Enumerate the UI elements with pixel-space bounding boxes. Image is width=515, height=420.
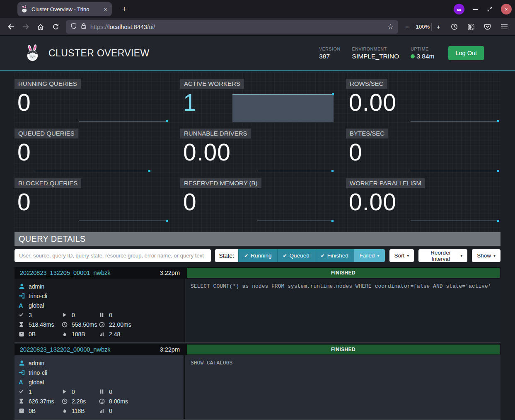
check-icon: ✔ <box>244 253 248 259</box>
reorder-interval-dropdown-button[interactable]: Reorder Interval▾ <box>418 249 467 262</box>
query-text: SELECT COUNT(*) as nodes FROM system.run… <box>185 279 500 342</box>
user-icon <box>19 283 25 289</box>
window-restore-button[interactable] <box>487 6 493 12</box>
zoom-in-button[interactable]: + <box>433 22 444 32</box>
fire-icon <box>62 408 68 414</box>
query-stats-panel: admin trino-cli A global 1 <box>15 355 184 419</box>
cpu-time: 558.50ms <box>72 321 97 328</box>
log-in-icon <box>19 369 25 376</box>
chevron-down-icon: ▾ <box>377 253 380 258</box>
sparkline-area <box>232 94 334 122</box>
menu-hamburger-icon[interactable] <box>498 21 511 33</box>
state-filter-failed[interactable]: Failed▾ <box>354 249 385 262</box>
url-bar[interactable]: https://localhost:8443/ui/ ☆ <box>66 20 398 34</box>
cumulative-memory: 2.48 <box>109 331 120 337</box>
screenshot-scissors-icon[interactable] <box>464 21 478 33</box>
query-stats-panel: admin trino-cli A global 3 <box>15 279 184 342</box>
state-filter-queued[interactable]: ✔Queued <box>277 249 315 262</box>
log-in-icon <box>19 293 25 299</box>
uptime-status-dot <box>411 54 415 58</box>
peak-memory: 108B <box>72 331 85 337</box>
query-filter-toolbar: State: ✔Running ✔Queued ✔Finished Failed… <box>15 249 500 262</box>
history-clock-icon[interactable] <box>448 21 461 33</box>
show-dropdown-button[interactable]: Show▾ <box>472 249 500 262</box>
stat-card-reserved-memory: RESERVED MEMORY (B) 0 <box>180 178 334 223</box>
environment-value: SIMPLE_TRINO <box>352 53 399 60</box>
url-text[interactable]: https://localhost:8443/ui/ <box>90 24 155 30</box>
scale-icon <box>19 408 25 414</box>
new-tab-button[interactable]: + <box>118 3 130 15</box>
query-time: 3:22pm <box>160 346 180 353</box>
completed-splits: 1 <box>29 388 32 395</box>
sparkline <box>257 221 333 221</box>
stat-card-rows-sec: ROWS/SEC 0.00 <box>346 79 500 124</box>
gauge-icon <box>99 398 105 404</box>
stat-value: 0 <box>17 190 169 215</box>
equalizer-icon <box>99 408 105 414</box>
pause-icon <box>99 388 105 395</box>
stat-card-running-queries: RUNNING QUERIES 0 <box>15 79 169 124</box>
gauge-icon <box>99 321 105 328</box>
tab-title: Cluster Overview - Trino <box>31 6 102 12</box>
completed-splits: 3 <box>29 312 32 318</box>
stat-value: 0 <box>349 140 500 165</box>
bookmark-star-icon[interactable]: ☆ <box>387 22 394 31</box>
sparkline <box>411 221 499 221</box>
stat-value: 0.00 <box>349 190 500 215</box>
cpu-time: 2.28s <box>72 398 86 405</box>
cluster-overview-header: CLUSTER OVERVIEW VERSION 387 ENVIRONMENT… <box>0 36 515 71</box>
uptime-label: UPTIME <box>411 46 434 51</box>
running-splits: 0 <box>72 312 75 318</box>
shield-icon[interactable] <box>70 23 77 31</box>
lock-warning-icon[interactable] <box>80 23 87 31</box>
chevron-down-icon: ▾ <box>460 253 462 258</box>
pocket-icon[interactable] <box>481 21 494 33</box>
play-icon <box>62 312 68 318</box>
logout-button[interactable]: Log Out <box>448 46 484 60</box>
forward-button[interactable] <box>19 21 32 33</box>
state-filter-finished[interactable]: ✔Finished <box>315 249 354 262</box>
stat-card-bytes-sec: BYTES/SEC 0 <box>346 129 500 173</box>
query-row: 20220823_132202_00000_nwbzk 3:22pm FINIS… <box>15 344 500 420</box>
query-text: SHOW CATALOGS <box>185 355 500 419</box>
check-icon: ✔ <box>321 253 325 259</box>
tab-close-icon[interactable]: × <box>102 6 109 13</box>
browser-tab[interactable]: Cluster Overview - Trino × <box>17 2 112 16</box>
stat-card-runnable-drivers: RUNNABLE DRIVERS 0.00 <box>180 129 334 173</box>
wall-time: 518.48ms <box>29 321 54 328</box>
execution-time: 22.00ms <box>109 321 131 328</box>
zoom-out-button[interactable]: − <box>402 22 412 32</box>
scale-icon <box>19 331 25 337</box>
url-host: localhost:8443 <box>109 24 147 30</box>
reload-button[interactable] <box>49 21 62 33</box>
check-icon <box>19 312 25 318</box>
peak-memory: 118B <box>72 408 85 414</box>
stat-value: 0.00 <box>349 90 500 115</box>
private-browsing-badge: ∞ <box>454 4 464 15</box>
home-button[interactable] <box>34 21 47 33</box>
zoom-level[interactable]: 100% <box>416 24 430 30</box>
check-icon <box>19 388 25 395</box>
query-status-badge: FINISHED <box>187 345 500 354</box>
window-close-button[interactable]: × <box>501 4 512 15</box>
query-id-link[interactable]: 20220823_132202_00000_nwbzk <box>20 346 111 353</box>
queued-splits: 0 <box>109 312 112 318</box>
window-minimize-button[interactable] <box>473 6 479 12</box>
trino-favicon <box>21 5 28 13</box>
browser-navbar: https://localhost:8443/ui/ ☆ − 100% + <box>0 18 515 36</box>
sparkline <box>411 121 499 121</box>
query-source: trino-cli <box>29 293 47 299</box>
clock-icon <box>62 398 68 404</box>
query-id-link[interactable]: 20220823_132205_00001_nwbzk <box>20 269 111 276</box>
check-icon: ✔ <box>283 253 287 259</box>
sparkline <box>79 121 167 121</box>
user-icon <box>19 360 25 366</box>
back-button[interactable] <box>4 21 17 33</box>
query-search-input[interactable] <box>15 249 211 262</box>
state-filter-running[interactable]: ✔Running <box>238 249 277 262</box>
sparkline <box>34 171 150 171</box>
uptime-value: 3.84m <box>411 53 434 60</box>
sparkline <box>79 221 167 221</box>
fire-icon <box>62 331 68 337</box>
sort-dropdown-button[interactable]: Sort▾ <box>389 249 414 262</box>
